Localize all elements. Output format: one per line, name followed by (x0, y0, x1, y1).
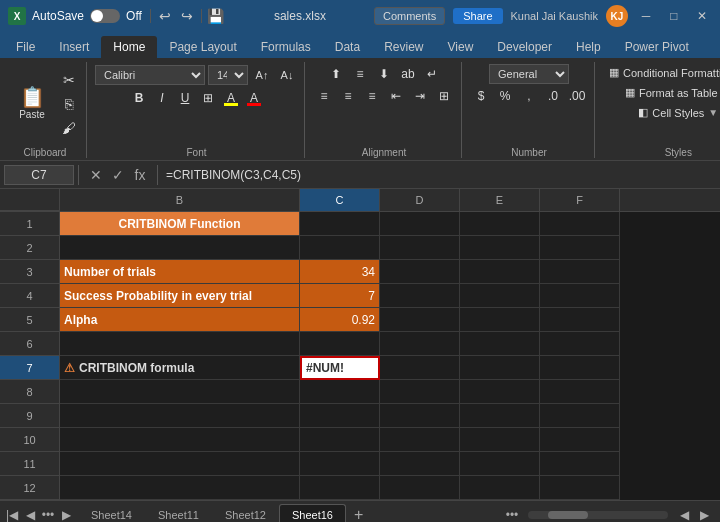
col-header-b[interactable]: B (60, 189, 300, 211)
cell-e10[interactable] (460, 428, 540, 452)
merge-btn[interactable]: ⊞ (433, 86, 455, 106)
comma-btn[interactable]: , (518, 86, 540, 106)
cell-d2[interactable] (380, 236, 460, 260)
row-header-2[interactable]: 2 (0, 236, 59, 260)
center-align-btn[interactable]: ≡ (337, 86, 359, 106)
copy-button[interactable]: ⎘ (58, 93, 80, 115)
cell-e12[interactable] (460, 476, 540, 500)
row-header-11[interactable]: 11 (0, 452, 59, 476)
row-header-7[interactable]: 7 (0, 356, 59, 380)
cell-d9[interactable] (380, 404, 460, 428)
cell-d7[interactable] (380, 356, 460, 380)
cell-d6[interactable] (380, 332, 460, 356)
formula-input[interactable] (162, 168, 716, 182)
tab-page-layout[interactable]: Page Layout (157, 36, 248, 58)
number-format-select[interactable]: General (489, 64, 569, 84)
confirm-formula-icon[interactable]: ✓ (109, 166, 127, 184)
paste-button[interactable]: 📋 Paste (10, 84, 54, 123)
autosave-toggle[interactable] (90, 9, 120, 23)
add-sheet-button[interactable]: + (346, 506, 371, 523)
undo-btn[interactable]: ↩ (155, 6, 175, 26)
cell-c4[interactable]: 7 (300, 284, 380, 308)
cell-f9[interactable] (540, 404, 620, 428)
cell-d4[interactable] (380, 284, 460, 308)
cut-button[interactable]: ✂ (58, 69, 80, 91)
scroll-left-btn[interactable]: ◀ (676, 507, 692, 523)
cell-d1[interactable] (380, 212, 460, 236)
cell-c10[interactable] (300, 428, 380, 452)
wrap-text-btn[interactable]: ↵ (421, 64, 443, 84)
tab-formulas[interactable]: Formulas (249, 36, 323, 58)
tab-data[interactable]: Data (323, 36, 372, 58)
cell-c11[interactable] (300, 452, 380, 476)
align-top-btn[interactable]: ⬆ (325, 64, 347, 84)
sheet-tab-sheet14[interactable]: Sheet14 (78, 504, 145, 523)
col-header-c[interactable]: C (300, 189, 380, 211)
cell-f4[interactable] (540, 284, 620, 308)
save-btn[interactable]: 💾 (206, 6, 226, 26)
row-header-1[interactable]: 1 (0, 212, 59, 236)
cell-e11[interactable] (460, 452, 540, 476)
close-button[interactable]: ✕ (692, 6, 712, 26)
tab-help[interactable]: Help (564, 36, 613, 58)
text-direction-btn[interactable]: ab (397, 64, 419, 84)
cell-c7[interactable]: #NUM! (300, 356, 380, 380)
tab-home[interactable]: Home (101, 36, 157, 58)
align-bottom-btn[interactable]: ⬇ (373, 64, 395, 84)
cell-d8[interactable] (380, 380, 460, 404)
cell-b9[interactable] (60, 404, 300, 428)
col-header-f[interactable]: F (540, 189, 620, 211)
sheet-tab-sheet11[interactable]: Sheet11 (145, 504, 212, 523)
cell-f8[interactable] (540, 380, 620, 404)
row-header-6[interactable]: 6 (0, 332, 59, 356)
sheet-tab-sheet12[interactable]: Sheet12 (212, 504, 279, 523)
minimize-button[interactable]: ─ (636, 6, 656, 26)
cell-b12[interactable] (60, 476, 300, 500)
cell-d3[interactable] (380, 260, 460, 284)
cell-reference-input[interactable] (4, 165, 74, 185)
row-header-4[interactable]: 4 (0, 284, 59, 308)
cell-e6[interactable] (460, 332, 540, 356)
cell-e1[interactable] (460, 212, 540, 236)
sheet-nav-prev[interactable]: ◀ (22, 507, 38, 523)
insert-function-icon[interactable]: fx (131, 166, 149, 184)
cell-f1[interactable] (540, 212, 620, 236)
maximize-button[interactable]: □ (664, 6, 684, 26)
align-middle-btn[interactable]: ≡ (349, 64, 371, 84)
increase-decimal-btn[interactable]: .0 (542, 86, 564, 106)
horizontal-scrollbar[interactable] (528, 511, 668, 519)
cell-b6[interactable] (60, 332, 300, 356)
scrollbar-thumb[interactable] (548, 511, 588, 519)
cell-c2[interactable] (300, 236, 380, 260)
cell-e8[interactable] (460, 380, 540, 404)
decrease-indent-btn[interactable]: ⇤ (385, 86, 407, 106)
italic-button[interactable]: I (152, 88, 172, 108)
cell-c1[interactable] (300, 212, 380, 236)
cell-b10[interactable] (60, 428, 300, 452)
fill-color-button[interactable]: A (221, 88, 241, 108)
row-header-9[interactable]: 9 (0, 404, 59, 428)
cell-e9[interactable] (460, 404, 540, 428)
border-button[interactable]: ⊞ (198, 88, 218, 108)
cell-b4[interactable]: Success Probability in every trial (60, 284, 300, 308)
cell-c5[interactable]: 0.92 (300, 308, 380, 332)
scroll-right-btn[interactable]: ▶ (696, 507, 712, 523)
cell-f6[interactable] (540, 332, 620, 356)
col-header-e[interactable]: E (460, 189, 540, 211)
share-button[interactable]: Share (453, 8, 502, 24)
cell-d12[interactable] (380, 476, 460, 500)
sheet-nav-more[interactable]: ••• (40, 507, 56, 523)
col-header-d[interactable]: D (380, 189, 460, 211)
increase-font-btn[interactable]: A↑ (251, 64, 273, 86)
cell-e2[interactable] (460, 236, 540, 260)
cell-b3[interactable]: Number of trials (60, 260, 300, 284)
currency-btn[interactable]: $ (470, 86, 492, 106)
cell-e7[interactable] (460, 356, 540, 380)
redo-btn[interactable]: ↪ (177, 6, 197, 26)
bold-button[interactable]: B (129, 88, 149, 108)
cell-c12[interactable] (300, 476, 380, 500)
tab-review[interactable]: Review (372, 36, 435, 58)
cell-f3[interactable] (540, 260, 620, 284)
cell-d5[interactable] (380, 308, 460, 332)
percent-btn[interactable]: % (494, 86, 516, 106)
